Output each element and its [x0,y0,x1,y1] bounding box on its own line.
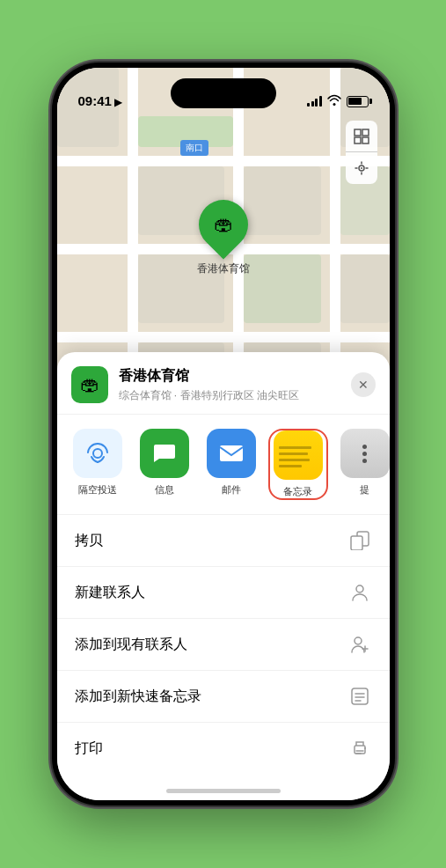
share-item-notes[interactable]: 备忘录 [268,429,328,500]
phone-screen: 09:41 ▶ [57,68,390,800]
svg-rect-3 [362,137,369,143]
menu-item-quick-note[interactable]: 添加到新快速备忘录 [57,671,390,723]
person-add-icon [347,632,372,657]
print-icon [347,736,372,761]
print-label: 打印 [75,739,347,758]
menu-item-print[interactable]: 打印 [57,723,390,774]
venue-icon: 🏟 [71,366,108,403]
svg-point-5 [361,167,362,169]
signal-bars [307,96,322,107]
pin-icon: 🏟 [214,213,233,236]
close-button[interactable]: ✕ [351,372,376,397]
memo-icon [347,684,372,709]
sheet-header: 🏟 香港体育馆 综合体育馆 · 香港特别行政区 油尖旺区 ✕ [57,352,390,415]
svg-rect-9 [351,536,362,550]
svg-rect-2 [355,137,361,143]
venue-name: 香港体育馆 [119,367,351,386]
message-label: 信息 [155,483,174,497]
svg-rect-13 [355,746,365,754]
mail-label: 邮件 [222,483,241,497]
location-icon: ▶ [114,96,122,108]
map-type-button[interactable] [346,121,377,152]
svg-point-6 [93,449,102,458]
add-contact-label: 添加到现有联系人 [75,636,347,654]
venue-info: 香港体育馆 综合体育馆 · 香港特别行政区 油尖旺区 [119,367,351,403]
svg-rect-7 [220,445,243,461]
dynamic-island [171,78,276,108]
bottom-sheet: 🏟 香港体育馆 综合体育馆 · 香港特别行政区 油尖旺区 ✕ [57,352,390,800]
location-pin-container: 🏟 香港体育馆 [197,200,250,276]
phone-frame: 09:41 ▶ [52,63,395,805]
svg-point-14 [364,747,366,749]
share-row: 隔空投送 信息 [57,415,390,515]
share-item-message[interactable]: 信息 [135,429,194,500]
airdrop-icon [73,429,122,478]
svg-rect-0 [355,129,361,136]
location-button[interactable] [346,152,377,184]
map-controls [346,121,377,184]
svg-rect-1 [362,129,369,136]
quick-note-label: 添加到新快速备忘录 [75,688,347,706]
copy-label: 拷贝 [75,532,347,550]
svg-point-11 [355,637,362,644]
menu-item-new-contact[interactable]: 新建联系人 [57,567,390,619]
copy-icon [347,528,372,553]
status-icons [307,94,369,110]
venue-desc: 综合体育馆 · 香港特别行政区 油尖旺区 [119,388,351,403]
more-icon [340,429,390,478]
share-item-mail[interactable]: 邮件 [201,429,261,500]
status-time: 09:41 [78,93,112,110]
wifi-icon [327,94,341,108]
more-label: 提 [360,483,369,497]
location-pin: 🏟 [188,189,258,259]
person-icon [347,580,372,605]
battery-icon [347,96,369,107]
new-contact-label: 新建联系人 [75,584,347,602]
svg-rect-12 [352,688,368,704]
svg-point-10 [356,585,363,592]
pin-label: 香港体育馆 [197,261,250,276]
notes-icon [274,430,323,480]
south-gate-label: 南口 [180,140,208,156]
notes-label: 备忘录 [283,485,312,498]
mail-icon [207,429,256,478]
share-item-more[interactable]: 提 [335,429,390,500]
message-icon [140,429,189,478]
menu-item-add-contact[interactable]: 添加到现有联系人 [57,619,390,671]
share-item-airdrop[interactable]: 隔空投送 [68,429,128,500]
airdrop-label: 隔空投送 [78,483,117,497]
menu-item-copy[interactable]: 拷贝 [57,515,390,567]
home-indicator [166,789,281,793]
